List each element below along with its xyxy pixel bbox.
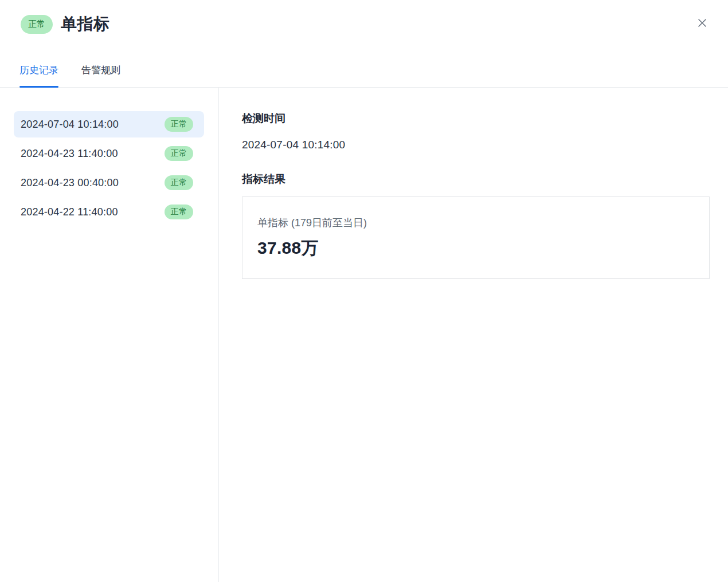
tab-alert-rules[interactable]: 告警规则 [81,64,120,87]
history-item[interactable]: 2024-04-23 00:40:00 正常 [14,170,204,196]
history-item-status-badge: 正常 [165,175,193,190]
history-item-timestamp: 2024-07-04 10:14:00 [21,119,119,131]
tab-bar: 历史记录 告警规则 [0,35,728,88]
metric-value: 37.88万 [257,237,694,259]
history-item[interactable]: 2024-04-23 11:40:00 正常 [14,140,204,167]
detail-panel: 检测时间 2024-07-04 10:14:00 指标结果 单指标 (179日前… [219,88,728,582]
metric-card: 单指标 (179日前至当日) 37.88万 [242,196,710,279]
history-item[interactable]: 2024-07-04 10:14:00 正常 [14,111,204,137]
status-badge: 正常 [21,15,53,34]
history-item-timestamp: 2024-04-23 11:40:00 [21,148,118,160]
page-title: 单指标 [61,13,110,35]
panel-body: 2024-07-04 10:14:00 正常 2024-04-23 11:40:… [0,88,728,582]
detect-time-value: 2024-07-04 10:14:00 [242,138,710,152]
history-item-status-badge: 正常 [165,146,193,161]
detect-time-label: 检测时间 [242,112,710,125]
indicator-detail-panel: 正常 单指标 历史记录 告警规则 2024-07-04 10:14:00 正常 … [0,0,728,582]
history-item-status-badge: 正常 [165,205,193,219]
tab-history[interactable]: 历史记录 [19,64,58,87]
history-item-timestamp: 2024-04-23 00:40:00 [21,177,119,189]
header: 正常 单指标 [0,0,728,35]
history-item-status-badge: 正常 [165,117,193,132]
close-button[interactable] [695,16,709,30]
close-icon [696,17,708,29]
result-label: 指标结果 [242,172,710,186]
history-item[interactable]: 2024-04-22 11:40:00 正常 [14,199,204,225]
metric-name: 单指标 (179日前至当日) [257,216,694,230]
history-list: 2024-07-04 10:14:00 正常 2024-04-23 11:40:… [0,88,219,582]
history-item-timestamp: 2024-04-22 11:40:00 [21,206,118,218]
